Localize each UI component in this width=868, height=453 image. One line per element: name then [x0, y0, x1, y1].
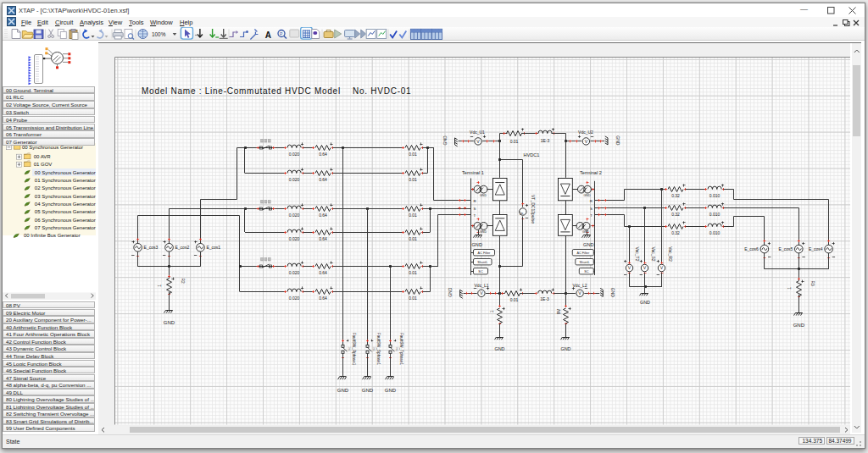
svg-text:R: R: [590, 199, 593, 203]
svg-text:GND: GND: [385, 388, 397, 393]
svg-text:1: 1: [159, 285, 163, 287]
svg-text:V: V: [643, 265, 647, 270]
svg-text:GND: GND: [480, 230, 487, 234]
svg-text:00 Synchronous Generator: 00 Synchronous Generator: [35, 170, 96, 175]
svg-text:0.01: 0.01: [409, 213, 417, 218]
svg-text:GND: GND: [480, 194, 487, 197]
svg-text:0.64: 0.64: [319, 213, 327, 218]
svg-text:100%: 100%: [152, 30, 166, 36]
svg-text:9M: 9M: [557, 309, 561, 315]
svg-text:V: V: [480, 290, 483, 296]
svg-text:0.32: 0.32: [671, 230, 680, 235]
svg-text:P: P: [280, 31, 283, 36]
svg-text:E_cos1: E_cos1: [206, 245, 220, 250]
svg-text:E_cos5: E_cos5: [779, 246, 793, 251]
svg-text:GND: GND: [615, 135, 620, 146]
svg-text:GND: GND: [164, 320, 175, 325]
svg-text:GND: GND: [610, 288, 615, 298]
svg-text:Vdc_U1: Vdc_U1: [470, 130, 485, 135]
svg-text:02 Synchronous Generator: 02 Synchronous Generator: [35, 185, 96, 191]
svg-text:V: V: [578, 290, 581, 296]
svg-text:ShuntL: ShuntL: [477, 261, 487, 264]
svg-text:0.020: 0.020: [289, 152, 300, 157]
svg-text:T: T: [474, 213, 476, 218]
svg-text:AC Filter: AC Filter: [478, 251, 492, 255]
svg-text:00 AVR: 00 AVR: [34, 154, 52, 159]
svg-text:1ms: 1ms: [395, 346, 398, 351]
svg-text:GND: GND: [448, 287, 453, 297]
svg-text:0.64: 0.64: [319, 177, 327, 182]
svg-text:0.32: 0.32: [671, 212, 680, 217]
svg-text:S: S: [474, 207, 476, 211]
svg-text:V: V: [585, 139, 588, 144]
svg-text:GND: GND: [337, 388, 349, 393]
svg-text:V: V: [628, 265, 632, 270]
svg-text:01 GOV: 01 GOV: [34, 162, 53, 167]
svg-text:R3: R3: [810, 280, 815, 285]
svg-text:E_cos6: E_cos6: [744, 246, 759, 251]
svg-text:Vdc_L2: Vdc_L2: [573, 283, 587, 288]
svg-text:0.01: 0.01: [510, 297, 519, 302]
svg-text:A: A: [265, 30, 271, 39]
svg-text:S: S: [590, 207, 593, 211]
svg-text:1E-3: 1E-3: [540, 296, 549, 301]
svg-text:0.020: 0.020: [289, 296, 300, 301]
svg-text:FaultSW_Tphase1: FaultSW_Tphase1: [399, 333, 403, 365]
svg-text:07 Synchronous Generator: 07 Synchronous Generator: [35, 225, 96, 230]
svg-text:E_cos2: E_cos2: [175, 245, 190, 250]
svg-text:E_cos3: E_cos3: [144, 245, 159, 250]
svg-text:Vac_S2: Vac_S2: [651, 246, 656, 261]
svg-text:1ms: 1ms: [372, 346, 376, 351]
svg-text:03 Synchronous Generator: 03 Synchronous Generator: [35, 194, 96, 199]
svg-text:0.64: 0.64: [319, 152, 327, 157]
svg-text:V: V: [660, 265, 664, 270]
svg-text:1: 1: [490, 310, 494, 312]
svg-text:FaultSW_Rphase1: FaultSW_Rphase1: [352, 333, 356, 366]
svg-text:Model Name : Line-Commutated H: Model Name : Line-Commutated HVDC Model …: [142, 86, 411, 96]
svg-text:AC Filter: AC Filter: [576, 251, 590, 255]
svg-text:06 Synchronous Generator: 06 Synchronous Generator: [35, 218, 96, 223]
svg-text:00 Synchronous Generator: 00 Synchronous Generator: [22, 145, 83, 150]
svg-text:GND: GND: [443, 135, 448, 146]
svg-text:Vdc_U2: Vdc_U2: [578, 130, 593, 135]
svg-text:GND: GND: [495, 346, 505, 351]
svg-text:0.020: 0.020: [289, 177, 300, 182]
svg-text:GND: GND: [640, 300, 650, 305]
svg-text:E_cos4: E_cos4: [809, 246, 823, 251]
svg-text:GND: GND: [362, 388, 374, 393]
svg-text:HVDC1: HVDC1: [524, 152, 540, 157]
svg-text:Terminal 2: Terminal 2: [580, 170, 602, 175]
svg-text:V: V: [476, 139, 480, 144]
svg-text:0.020: 0.020: [289, 270, 300, 275]
svg-text:R2: R2: [181, 278, 185, 283]
svg-text:ShuntL: ShuntL: [580, 261, 590, 264]
svg-text:04 Synchronous Generator: 04 Synchronous Generator: [35, 202, 96, 207]
svg-text:0.010: 0.010: [709, 230, 721, 235]
svg-text:SC: SC: [584, 270, 589, 273]
svg-text:GND: GND: [561, 346, 571, 351]
svg-text:0.64: 0.64: [319, 270, 327, 275]
svg-text:1E-3: 1E-3: [541, 138, 550, 143]
svg-text:0.01: 0.01: [409, 296, 417, 301]
svg-text:01 Synchronous Generator: 01 Synchronous Generator: [35, 178, 96, 183]
svg-text:GND: GND: [584, 194, 591, 197]
svg-text:Terminal 1: Terminal 1: [462, 170, 484, 175]
svg-text:GND: GND: [793, 323, 805, 328]
svg-text:T: T: [590, 213, 593, 218]
svg-text:0.010: 0.010: [709, 212, 721, 217]
svg-text:Vdc_L1: Vdc_L1: [475, 283, 489, 288]
svg-text:1: 1: [788, 287, 793, 290]
svg-text:00 Infinite Bus Generator: 00 Infinite Bus Generator: [24, 233, 81, 238]
svg-text:0.01: 0.01: [409, 152, 417, 157]
svg-text:05 Synchronous Generator: 05 Synchronous Generator: [35, 209, 96, 214]
svg-text:0.010: 0.010: [709, 193, 721, 198]
svg-text:R: R: [474, 199, 476, 203]
svg-text:0.01: 0.01: [510, 139, 519, 144]
svg-text:0.01: 0.01: [409, 177, 417, 182]
svg-text:0.020: 0.020: [289, 236, 300, 241]
svg-text:SC: SC: [478, 270, 483, 273]
svg-text:0.64: 0.64: [319, 236, 327, 241]
svg-text:FaultSW_Sphase1: FaultSW_Sphase1: [376, 333, 381, 366]
svg-text:1ms: 1ms: [348, 346, 351, 351]
svg-text:0.01: 0.01: [409, 236, 417, 241]
